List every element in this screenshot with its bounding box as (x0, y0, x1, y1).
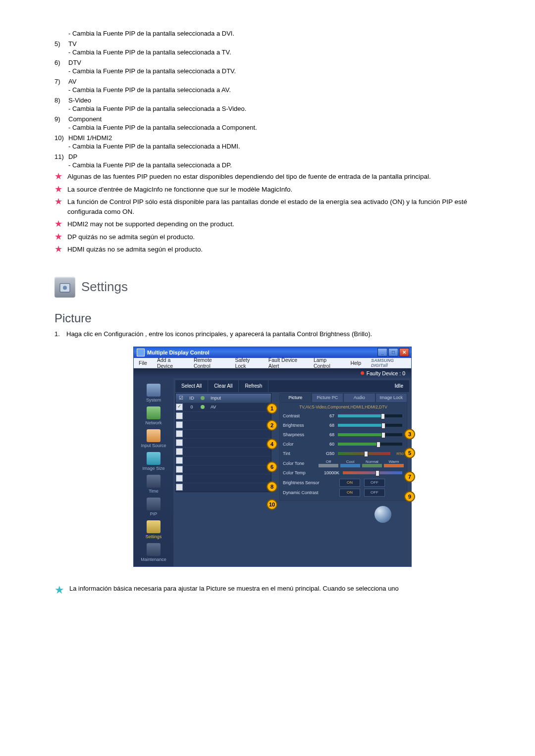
svg-point-2 (63, 286, 67, 290)
sidebar-item-label: Maintenance (141, 557, 166, 562)
device-row[interactable] (176, 420, 271, 429)
color-temp-row[interactable]: Color Temp 10000K (283, 468, 404, 478)
sidebar-item-input-source[interactable]: Input Source (134, 427, 173, 450)
brand-label: SAMSUNG DIGITall (368, 357, 409, 369)
device-list: ☑ ID Input 0 AV (175, 393, 271, 492)
callout-1: 1 (267, 403, 277, 414)
row-checkbox[interactable] (176, 457, 183, 464)
row-checkbox[interactable] (176, 439, 183, 446)
clear-all-button[interactable]: Clear All (208, 380, 239, 392)
maximize-button[interactable]: □ (388, 348, 398, 356)
list-desc: - Cambia la Fuente PIP de la pantalla se… (68, 124, 490, 131)
tab-audio[interactable]: Audio (343, 393, 375, 402)
note-star-icon: ★ (54, 197, 62, 206)
row-checkbox[interactable] (176, 430, 183, 437)
sharpness-row[interactable]: Sharpness 68 (283, 430, 404, 440)
row-checkbox[interactable] (176, 448, 183, 455)
row-checkbox[interactable] (176, 484, 183, 491)
row-checkbox[interactable] (176, 475, 183, 482)
list-desc: - Cambia la Fuente PIP de la pantalla se… (68, 67, 490, 75)
col-checkbox[interactable]: ☑ (176, 395, 186, 401)
note-star-icon: ★ (54, 245, 62, 253)
note-star-icon: ★ (54, 185, 62, 194)
device-row[interactable] (176, 411, 271, 420)
footer-text: La información básica necesaria para aju… (69, 585, 399, 592)
sidebar-item-label: Input Source (141, 443, 166, 448)
device-row[interactable] (176, 474, 271, 483)
sidebar-item-maintenance[interactable]: Maintenance (134, 541, 173, 563)
menu-lamp-control[interactable]: Lamp Control (311, 356, 343, 370)
tint-slider[interactable] (338, 452, 390, 455)
sidebar-item-label: Settings (146, 534, 162, 539)
device-row[interactable] (176, 483, 271, 492)
row-checkbox[interactable] (176, 412, 183, 419)
minimize-button[interactable]: _ (377, 348, 387, 356)
sidebar-item-pip[interactable]: PIP (134, 495, 173, 518)
tone-warm[interactable]: Warm (384, 459, 404, 464)
device-row[interactable] (176, 429, 271, 438)
sidebar-item-system[interactable]: System (134, 381, 173, 404)
color-label: Color (283, 442, 319, 447)
tab-image-lock[interactable]: Image Lock (375, 393, 408, 402)
sidebar-item-settings[interactable]: Settings (134, 518, 173, 541)
brightness-row[interactable]: Brightness 68 (283, 421, 404, 430)
brightness-sensor-on[interactable]: ON (339, 479, 360, 487)
device-row[interactable] (176, 438, 271, 447)
list-number: 8) (54, 97, 68, 112)
sidebar-item-network[interactable]: Network (134, 404, 173, 427)
row-id: 0 (186, 404, 198, 409)
tint-row[interactable]: Tint G50 R50 (283, 449, 404, 458)
callout-6: 6 (267, 461, 277, 472)
row-checkbox[interactable] (176, 403, 183, 410)
device-row[interactable] (176, 465, 271, 474)
tone-off[interactable]: Off (319, 459, 338, 464)
faulty-device-count: Faulty Device : 0 (367, 370, 405, 376)
tone-cool[interactable]: Cool (340, 459, 360, 464)
sharpness-label: Sharpness (283, 432, 319, 437)
pip-icon (147, 498, 160, 510)
sidebar-item-label: System (146, 398, 161, 403)
tone-normal[interactable]: Normal (362, 459, 382, 464)
faulty-device-strip: Faulty Device : 0 (134, 368, 411, 378)
list-title: DTV (68, 59, 490, 66)
brightness-sensor-off[interactable]: OFF (364, 479, 385, 487)
close-button[interactable]: ✕ (399, 348, 409, 356)
select-all-button[interactable]: Select All (175, 380, 208, 392)
tab-picture-pc[interactable]: Picture PC (312, 393, 344, 402)
note-text: HDMI quizás no se admita según el produc… (67, 245, 203, 254)
row-checkbox[interactable] (176, 421, 183, 428)
note-row: ★Algunas de las fuentes PIP pueden no es… (54, 172, 490, 182)
menu-fault-device-alert[interactable]: Fault Device Alert (266, 356, 307, 370)
color-tone-row[interactable]: Color Tone Off Cool Normal Warm (283, 458, 404, 468)
contrast-row[interactable]: Contrast 67 (283, 411, 404, 421)
callout-7: 7 (404, 471, 415, 482)
dynamic-contrast-on[interactable]: ON (339, 489, 360, 497)
menu-add-device[interactable]: Add a Device (154, 356, 187, 370)
color-temp-slider[interactable] (343, 471, 402, 474)
tint-value-g: G50 (319, 451, 336, 456)
menu-help[interactable]: Help (347, 359, 364, 367)
note-star-icon: ★ (54, 232, 62, 241)
dynamic-contrast-off[interactable]: OFF (364, 489, 385, 497)
sidebar-item-image-size[interactable]: Image Size (134, 450, 173, 472)
row-checkbox[interactable] (176, 466, 183, 473)
note-row: ★La función de Control PIP sólo está dis… (54, 197, 490, 216)
device-row[interactable]: 0 AV (176, 403, 271, 411)
device-row[interactable] (176, 447, 271, 456)
sharpness-slider[interactable] (338, 433, 402, 436)
footer-note: ★ La información básica necesaria para a… (54, 585, 490, 596)
color-temp-label: Color Temp (283, 470, 319, 475)
menu-file[interactable]: File (136, 359, 150, 367)
refresh-button[interactable]: Refresh (239, 380, 268, 392)
note-text: La función de Control PIP sólo está disp… (67, 197, 490, 216)
device-row[interactable] (176, 456, 271, 465)
settings-icon (147, 520, 160, 533)
color-row[interactable]: Color 60 (283, 440, 404, 449)
color-slider[interactable] (338, 443, 402, 446)
contrast-slider[interactable] (338, 414, 402, 417)
tab-picture[interactable]: Picture (279, 393, 312, 402)
sidebar-item-time[interactable]: Time (134, 472, 173, 495)
menu-safety-lock[interactable]: Safety Lock (232, 356, 261, 370)
menu-remote-control[interactable]: Remote Control (191, 356, 228, 370)
brightness-slider[interactable] (338, 424, 402, 427)
